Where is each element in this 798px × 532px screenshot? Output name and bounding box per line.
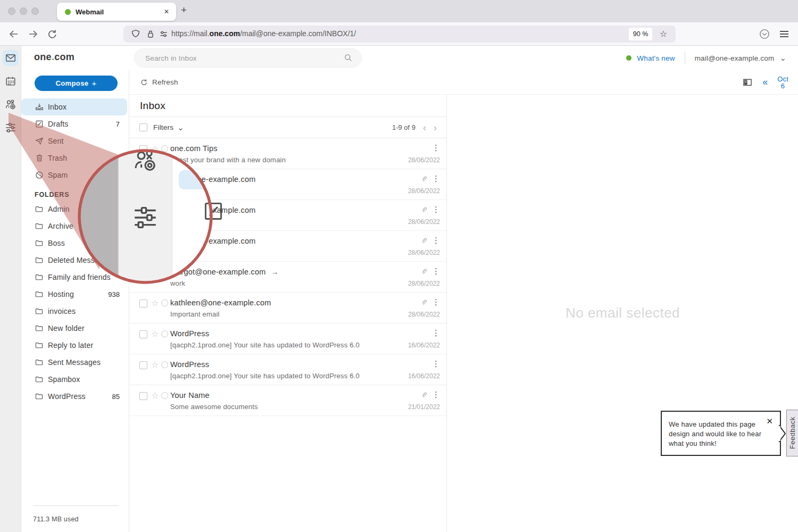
unread-indicator[interactable] bbox=[161, 207, 168, 214]
sidebar-item-spam[interactable]: Spam bbox=[21, 167, 129, 184]
window-zoom-button[interactable] bbox=[31, 7, 39, 15]
rail-settings-button[interactable] bbox=[3, 120, 19, 136]
kebab-menu-icon[interactable]: ⋮ bbox=[432, 143, 440, 153]
kebab-menu-icon[interactable]: ⋮ bbox=[432, 328, 440, 338]
window-minimize-button[interactable] bbox=[20, 7, 27, 15]
pocket-icon[interactable] bbox=[758, 28, 771, 40]
sidebar-folder-family-and-friends[interactable]: Family and friends bbox=[21, 269, 129, 286]
next-page-icon[interactable]: › bbox=[434, 124, 437, 131]
tab-close-icon[interactable]: ✕ bbox=[164, 8, 169, 15]
browser-tab[interactable]: Webmail ✕ bbox=[57, 3, 176, 21]
sidebar-folder-new-folder[interactable]: New folder bbox=[21, 320, 129, 337]
search-input[interactable]: Search in Inbox bbox=[134, 48, 362, 68]
email-checkbox[interactable] bbox=[139, 207, 147, 215]
sidebar-folder-hosting[interactable]: Hosting938 bbox=[21, 286, 129, 303]
email-checkbox[interactable] bbox=[139, 392, 147, 400]
unread-indicator[interactable] bbox=[161, 300, 168, 306]
star-icon[interactable]: ☆ bbox=[151, 236, 159, 246]
unread-indicator[interactable] bbox=[161, 238, 168, 245]
sidebar-folder-spambox[interactable]: Spambox bbox=[21, 371, 129, 388]
email-checkbox[interactable] bbox=[139, 238, 147, 246]
reading-pane-icon[interactable] bbox=[742, 77, 753, 88]
kebab-menu-icon[interactable]: ⋮ bbox=[432, 390, 440, 400]
star-icon[interactable]: ☆ bbox=[151, 144, 159, 154]
rail-mail-button[interactable] bbox=[3, 50, 19, 66]
date-picker[interactable]: Oct 6 bbox=[777, 76, 788, 89]
feedback-tab[interactable]: Feedback bbox=[786, 410, 798, 456]
sidebar-item-inbox[interactable]: Inbox bbox=[21, 98, 127, 115]
star-icon[interactable]: ☆ bbox=[151, 298, 159, 308]
star-icon[interactable]: ☆ bbox=[151, 267, 159, 277]
kebab-menu-icon[interactable]: ⋮ bbox=[432, 236, 440, 245]
kebab-menu-icon[interactable]: ⋮ bbox=[432, 359, 440, 369]
zoom-level-indicator[interactable]: 90 % bbox=[629, 28, 652, 40]
email-row[interactable]: ☆ margot@one-example.com→ work ⋮ 28/06/2… bbox=[129, 262, 446, 293]
unread-indicator[interactable] bbox=[161, 269, 168, 276]
back-icon[interactable] bbox=[7, 28, 20, 40]
email-checkbox[interactable] bbox=[139, 361, 147, 369]
forward-icon[interactable] bbox=[27, 28, 39, 40]
email-row[interactable]: ☆ WordPress [qacph2.1prod.one] Your site… bbox=[129, 354, 446, 385]
unread-indicator[interactable] bbox=[161, 176, 168, 183]
star-icon[interactable]: ☆ bbox=[151, 360, 159, 370]
kebab-menu-icon[interactable]: ⋮ bbox=[432, 174, 440, 184]
chevron-down-icon[interactable]: ⌄ bbox=[779, 55, 786, 61]
kebab-menu-icon[interactable]: ⋮ bbox=[432, 267, 440, 276]
email-row[interactable]: ☆ mail@one-example.com ⋮ 28/06/2022 bbox=[129, 200, 446, 231]
email-checkbox[interactable] bbox=[139, 176, 147, 184]
whats-new-link[interactable]: What's new bbox=[637, 54, 675, 62]
kebab-menu-icon[interactable]: ⋮ bbox=[432, 297, 440, 307]
account-email[interactable]: mail@one-example.com bbox=[695, 54, 775, 62]
window-close-button[interactable] bbox=[8, 7, 15, 15]
unread-indicator[interactable] bbox=[161, 145, 168, 152]
kebab-menu-icon[interactable]: ⋮ bbox=[432, 205, 440, 214]
sidebar-item-sent[interactable]: Sent bbox=[21, 132, 129, 149]
email-row[interactable]: ☆ kathleen@one-example.com Important ema… bbox=[129, 293, 446, 323]
rail-calendar-button[interactable] bbox=[3, 73, 19, 89]
star-icon[interactable]: ☆ bbox=[151, 329, 159, 339]
email-checkbox[interactable] bbox=[139, 145, 147, 153]
sidebar-item-drafts[interactable]: Drafts7 bbox=[21, 115, 129, 132]
sidebar-folder-deleted-messages[interactable]: Deleted Messages bbox=[21, 252, 129, 269]
permissions-icon[interactable] bbox=[159, 28, 170, 40]
email-checkbox[interactable] bbox=[139, 330, 147, 338]
sidebar-folder-wordpress[interactable]: WordPress85 bbox=[21, 388, 129, 405]
sidebar-folder-archive[interactable]: Archive bbox=[21, 218, 129, 235]
filters-button[interactable]: Filters bbox=[153, 123, 173, 131]
bookmark-star-icon[interactable]: ☆ bbox=[660, 29, 667, 39]
chevron-down-icon[interactable]: ⌄ bbox=[177, 125, 184, 130]
menu-icon[interactable] bbox=[778, 28, 791, 40]
unread-indicator[interactable] bbox=[161, 330, 168, 337]
star-icon[interactable]: ☆ bbox=[151, 205, 159, 215]
email-row[interactable]: ☆ one.com Tips Boost your brand with a n… bbox=[129, 138, 446, 169]
unread-indicator[interactable] bbox=[161, 392, 168, 399]
email-checkbox[interactable] bbox=[139, 300, 147, 307]
collapse-pane-icon[interactable]: « bbox=[762, 77, 768, 88]
star-icon[interactable]: ☆ bbox=[151, 174, 159, 185]
star-icon[interactable]: ☆ bbox=[151, 390, 159, 401]
email-row[interactable]: ☆ mail@one-example.com ⋮ 28/06/2022 bbox=[129, 231, 446, 262]
sidebar-folder-sent-messages[interactable]: Sent Messages bbox=[21, 354, 129, 371]
unread-indicator[interactable] bbox=[161, 361, 168, 368]
email-row[interactable]: ☆ mail@one-example.com ⋮ 28/06/2022 bbox=[129, 169, 446, 200]
shield-icon[interactable] bbox=[130, 28, 142, 40]
sidebar-folder-reply-to-later[interactable]: Reply to later bbox=[21, 337, 129, 354]
rail-contacts-button[interactable] bbox=[3, 97, 19, 113]
new-tab-button[interactable]: + bbox=[181, 4, 187, 16]
sidebar-folder-admin[interactable]: Admin bbox=[21, 201, 129, 218]
reload-icon[interactable] bbox=[46, 28, 59, 40]
lock-icon[interactable] bbox=[145, 28, 156, 40]
sidebar-folder-boss[interactable]: Boss bbox=[21, 235, 129, 252]
close-icon[interactable]: ✕ bbox=[766, 417, 773, 426]
sidebar-item-trash[interactable]: Trash bbox=[21, 149, 129, 167]
email-row[interactable]: ☆ Your Name Some awesome documents ⋮ 21/… bbox=[129, 385, 446, 416]
email-checkbox[interactable] bbox=[139, 269, 147, 277]
plus-icon: + bbox=[92, 79, 96, 88]
email-row[interactable]: ☆ WordPress [qacph2.1prod.one] Your site… bbox=[129, 323, 446, 354]
address-bar[interactable]: https://mail.one.com/mail@one-example.co… bbox=[123, 26, 676, 43]
select-all-checkbox[interactable] bbox=[139, 123, 147, 131]
sidebar-folder-invoices[interactable]: invoices bbox=[21, 303, 129, 320]
compose-button[interactable]: Compose+ bbox=[35, 76, 118, 91]
refresh-button[interactable]: Refresh bbox=[139, 78, 178, 87]
prev-page-icon[interactable]: ‹ bbox=[423, 124, 426, 131]
